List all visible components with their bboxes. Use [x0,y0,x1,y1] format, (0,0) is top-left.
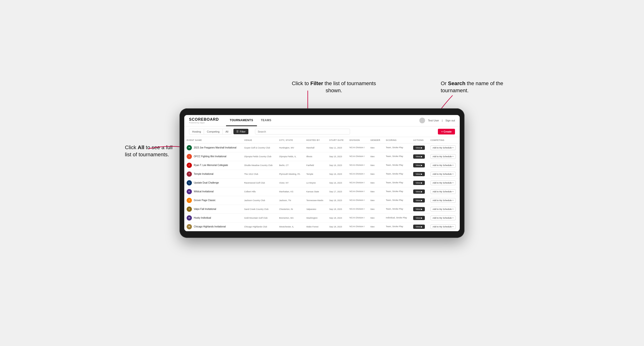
view-button[interactable]: View ▶ [413,181,425,185]
team-logo: T [187,198,192,203]
filter-button[interactable]: ☰ Filter [234,129,248,134]
start-date-cell: Sep 18, 2023 [327,222,347,231]
view-button[interactable]: View ▶ [413,146,425,150]
scoring-cell: Team, Stroke Play [384,222,411,231]
sign-out-link[interactable]: Sign out [446,119,455,122]
tab-tournaments[interactable]: TOURNAMENTS [226,115,257,126]
add-to-schedule-button[interactable]: Add to My Schedule + [430,145,456,150]
table-row: V Valpo Fall Invitational Sand Creek Cou… [184,205,460,213]
view-button[interactable]: View ▶ [413,154,425,159]
division-cell: NCAA Division I [347,170,368,178]
logo-text: SCOREBOARD [189,117,219,122]
search-input[interactable] [255,129,350,135]
logo-area: SCOREBOARD Powered by clippd [189,117,219,124]
add-to-schedule-button[interactable]: Add to My Schedule + [430,163,456,168]
competing-tab[interactable]: Competing [204,129,222,135]
add-to-schedule-button[interactable]: Add to My Schedule + [430,180,456,185]
view-button[interactable]: View ▶ [413,207,425,211]
hosted-by-cell: Wake Forest [304,222,327,231]
table-header: EVENT NAME VENUE CITY, STATE HOSTED BY S… [184,137,460,144]
venue-cell: Jackson Country Club [242,196,277,205]
annotation-top-right: Or Search the name of the tournament. [441,80,507,95]
gender-cell: Men [368,187,384,196]
add-to-schedule-button[interactable]: Add to My Schedule + [430,189,456,194]
annotation-top-center: Click to Filter the list of tournaments … [286,80,381,95]
header-right: Test User | Sign out [419,118,455,123]
scoring-cell: Team, Stroke Play [384,161,411,170]
hosted-by-cell: Kansas State [304,187,327,196]
scoring-cell: Team, Stroke Play [384,152,411,161]
hosted-by-cell: Fairfield [304,161,327,170]
event-name-text: Grover Page Classic [194,199,216,201]
add-to-schedule-button[interactable]: Add to My Schedule + [430,224,456,229]
outer-wrapper: Click All to see a full list of tourname… [180,108,464,238]
event-name-cell-2: I OFCC Fighting Illini Invitational [184,152,242,161]
start-date-cell: Sep 18, 2023 [327,205,347,213]
actions-cell: View ▶ [411,196,428,205]
avatar [419,118,425,123]
start-date-cell: Sep 16, 2023 [327,170,347,178]
create-button[interactable]: + Create [438,129,455,135]
scoring-cell: Team, Stroke Play [384,196,411,205]
event-name-cell-9: W Husky Individual [184,213,242,222]
division-cell: NCAA Division I [347,205,368,213]
table-row: W Chicago Highlands Invitational Chicago… [184,222,460,231]
gender-cell: Men [368,205,384,213]
event-name-text: Wildcat Invitational [194,190,214,193]
actions-cell: View ▶ [411,178,428,187]
view-button[interactable]: View ▶ [413,225,425,229]
add-to-schedule-button[interactable]: Add to My Schedule + [430,216,456,220]
team-logo: M [187,145,192,150]
division-cell: NCAA Division I [347,178,368,187]
city-state-cell: Jackson, TN [277,196,304,205]
col-start-date: START DATE [327,137,347,144]
view-button[interactable]: View ▶ [413,198,425,202]
table-row: F Ryan T. Lee Memorial Collegiate Shuttl… [184,161,460,170]
col-city-state: CITY, STATE [277,137,304,144]
nav-tabs: TOURNAMENTS TEAMS [226,115,420,126]
start-date-cell: Sep 11, 2023 [327,143,347,152]
hosted-by-cell: Temple [304,170,327,178]
gender-cell: Men [368,152,384,161]
city-state-cell: Plymouth Meeting, PA [277,170,304,178]
venue-cell: Olympia Fields Country Club [242,152,277,161]
table-row: T Temple Invitational The 1912 Club Plym… [184,170,460,178]
add-to-schedule-button[interactable]: Add to My Schedule + [430,198,456,203]
event-name-text: Ryan T. Lee Memorial Collegiate [194,164,228,167]
division-cell: NCAA Division I [347,222,368,231]
col-gender: GENDER [368,137,384,144]
add-to-schedule-button[interactable]: Add to My Schedule + [430,207,456,211]
division-cell: NCAA Division I [347,196,368,205]
tournaments-table: EVENT NAME VENUE CITY, STATE HOSTED BY S… [184,137,460,231]
event-name-cell-6: K Wildcat Invitational [184,187,242,196]
competing-cell: Add to My Schedule + [428,213,460,222]
add-to-schedule-button[interactable]: Add to My Schedule + [430,172,456,176]
event-name-cell-5: L Upstate Dual Challenge [184,178,242,187]
team-logo: V [187,206,192,212]
toolbar: Hosting Competing All ☰ Filter + Create [184,126,460,137]
all-tab[interactable]: All [223,129,232,135]
gender-cell: Men [368,213,384,222]
event-name-text: Valpo Fall Invitational [194,208,216,210]
hosting-tab[interactable]: Hosting [189,129,204,135]
start-date-cell: Sep 16, 2023 [327,178,347,187]
view-button[interactable]: View ▶ [413,172,425,176]
start-date-cell: Sep 17, 2023 [327,187,347,196]
view-button[interactable]: View ▶ [413,216,425,220]
event-name-cell-1: M 2023 Joe Feaganes Marshall Invitationa… [184,143,242,152]
tab-teams[interactable]: TEAMS [257,115,275,126]
actions-cell: View ▶ [411,213,428,222]
event-name-cell-3: F Ryan T. Lee Memorial Collegiate [184,161,242,170]
venue-cell: Colbert Hills [242,187,277,196]
venue-cell: The 1912 Club [242,170,277,178]
add-to-schedule-button[interactable]: Add to My Schedule + [430,154,456,159]
filter-label: Filter [240,130,246,133]
actions-cell: View ▶ [411,170,428,178]
scoring-cell: Team, Stroke Play [384,170,411,178]
venue-cell: Chicago Highlands Club [242,222,277,231]
view-button[interactable]: View ▶ [413,189,425,194]
actions-cell: View ▶ [411,205,428,213]
division-cell: NCAA Division I [347,143,368,152]
view-button[interactable]: View ▶ [413,163,425,168]
start-date-cell: Sep 15, 2023 [327,152,347,161]
